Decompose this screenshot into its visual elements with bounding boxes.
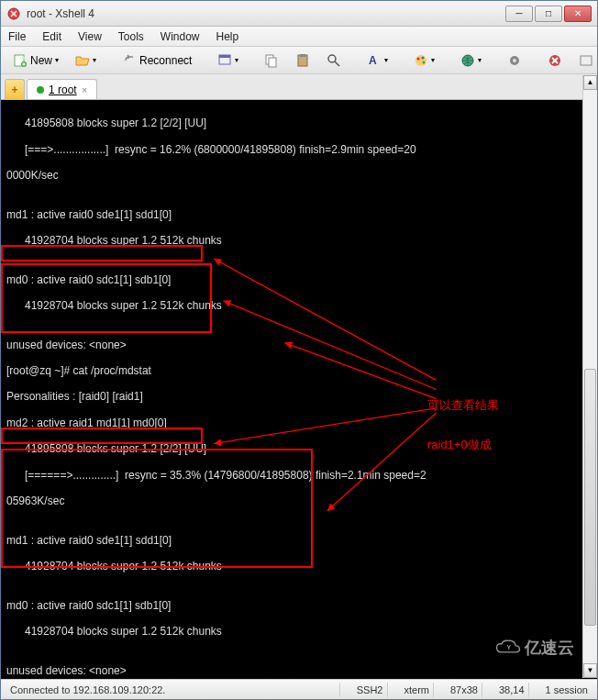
search-icon — [327, 53, 341, 68]
scroll-thumb[interactable] — [584, 369, 596, 626]
tab-session[interactable]: 1 root × — [27, 79, 97, 99]
vertical-scrollbar[interactable]: ▲ ▼ — [582, 75, 597, 678]
tool-c[interactable] — [572, 50, 598, 71]
plug-icon — [122, 53, 137, 68]
app-icon — [6, 6, 21, 21]
open-button[interactable]: ▾ — [69, 50, 103, 71]
term-line: 41928704 blocks super 1.2 512k chunks — [6, 560, 592, 572]
term-line: [root@zq ~]# cat /proc/mdstat — [6, 364, 592, 377]
app-window: root - Xshell 4 ─ □ ✕ File Edit View Too… — [0, 0, 598, 700]
dropdown-icon: ▾ — [93, 56, 96, 64]
term-line: 0000K/sec — [6, 169, 592, 182]
terminal[interactable]: 41895808 blocks super 1.2 [2/2] [UU] [==… — [1, 100, 597, 679]
status-termtype: xterm — [401, 683, 435, 697]
toolbar: New ▾ ▾ Reconnect ▾ A▾ ▾ ▾ » — [1, 47, 597, 74]
term-line: 41928704 blocks super 1.2 512k chunks — [6, 625, 592, 638]
watermark: Y 亿速云 — [495, 639, 574, 656]
reconnect-label: Reconnect — [139, 54, 192, 67]
cloud-icon: Y — [495, 639, 521, 656]
dropdown-icon: ▾ — [55, 56, 59, 64]
term-line: md0 : active raid0 sdc1[1] sdb1[0] — [6, 273, 592, 286]
palette-icon — [414, 53, 428, 68]
menu-view[interactable]: View — [78, 30, 102, 43]
status-connection: Connected to 192.168.109.120:22. — [6, 683, 340, 697]
tabbar: + 1 root × — [1, 74, 597, 100]
status-size: 87x38 — [447, 683, 482, 697]
term-line: Personalities : [raid0] [raid1] — [6, 390, 592, 403]
term-line: 05963K/sec — [6, 494, 592, 507]
term-line: unused devices: <none> — [6, 339, 592, 351]
status-cursor: 38,14 — [495, 683, 529, 697]
maximize-button[interactable]: □ — [535, 6, 562, 22]
term-line: unused devices: <none> — [6, 664, 592, 677]
term-line: 41928704 blocks super 1.2 512k chunks — [6, 234, 592, 247]
tab-label: 1 root — [49, 83, 77, 96]
term-line: md2 : active raid1 md1[1] md0[0] — [6, 417, 592, 429]
term-line: 41895808 blocks super 1.2 [2/2] [UU] — [6, 117, 592, 129]
paste-button[interactable] — [289, 50, 316, 71]
props-button[interactable]: ▾ — [211, 50, 245, 71]
status-protocol: SSH2 — [353, 683, 388, 697]
xftp-button[interactable] — [541, 50, 569, 71]
svg-point-9 — [328, 55, 336, 62]
menu-edit[interactable]: Edit — [42, 30, 61, 43]
menu-file[interactable]: File — [8, 30, 26, 43]
highlight-box — [1, 245, 203, 261]
highlight-box — [1, 449, 313, 568]
svg-point-11 — [415, 55, 426, 66]
tab-close-icon[interactable]: × — [82, 84, 87, 95]
svg-rect-6 — [269, 58, 276, 67]
scroll-up-button[interactable]: ▲ — [583, 75, 597, 90]
svg-text:Y: Y — [507, 644, 512, 650]
menu-tools[interactable]: Tools — [118, 30, 144, 43]
menu-help[interactable]: Help — [216, 30, 239, 43]
term-line: md0 : active raid0 sdc1[1] sdb1[0] — [6, 599, 592, 612]
term-line: md1 : active raid0 sde1[1] sdd1[0] — [6, 534, 592, 547]
script-icon — [579, 53, 593, 68]
close-button[interactable]: ✕ — [564, 6, 592, 22]
term-line: 41895808 blocks super 1.2 [2/2] [UU] — [6, 442, 592, 455]
titlebar[interactable]: root - Xshell 4 ─ □ ✕ — [1, 1, 597, 27]
copy-icon — [264, 53, 279, 68]
svg-point-17 — [513, 59, 516, 62]
plus-icon: + — [11, 83, 17, 96]
globe-icon — [460, 53, 475, 68]
color-button[interactable]: ▾ — [407, 50, 441, 71]
copy-button[interactable] — [258, 50, 285, 71]
svg-point-14 — [423, 61, 426, 63]
new-icon — [13, 53, 28, 68]
term-line: 41928704 blocks super 1.2 512k chunks — [6, 299, 592, 312]
new-label: New — [30, 54, 52, 67]
folder-icon — [75, 53, 90, 68]
font-icon: A — [367, 53, 382, 68]
svg-rect-4 — [219, 55, 230, 58]
reconnect-button[interactable]: Reconnect — [116, 50, 198, 71]
add-tab-button[interactable]: + — [5, 79, 25, 99]
status-dot-icon — [37, 86, 44, 94]
svg-point-13 — [422, 56, 425, 59]
svg-rect-8 — [300, 54, 305, 57]
statusbar: Connected to 192.168.109.120:22. SSH2 xt… — [1, 679, 597, 699]
term-line: [===>.................] resync = 16.2% (… — [6, 143, 592, 156]
props-icon — [217, 53, 232, 68]
term-line: [======>..............] resync = 35.3% (… — [6, 469, 592, 482]
new-button[interactable]: New ▾ — [6, 50, 65, 71]
tool-a[interactable] — [501, 50, 528, 71]
svg-point-12 — [417, 57, 420, 60]
svg-text:A: A — [369, 54, 377, 67]
font-button[interactable]: A▾ — [360, 50, 394, 71]
status-sessions: 1 session — [542, 683, 592, 697]
menu-window[interactable]: Window — [161, 30, 200, 43]
scroll-down-button[interactable]: ▼ — [583, 663, 597, 678]
xftp-icon — [548, 53, 562, 68]
web-button[interactable]: ▾ — [454, 50, 488, 71]
gear-icon — [507, 53, 522, 68]
term-line: md1 : active raid0 sde1[1] sdd1[0] — [6, 208, 592, 221]
svg-rect-19 — [581, 56, 592, 65]
menubar: File Edit View Tools Window Help — [1, 27, 597, 47]
minimize-button[interactable]: ─ — [505, 6, 533, 22]
window-title: root - Xshell 4 — [27, 7, 504, 20]
find-button[interactable] — [320, 50, 348, 71]
paste-icon — [295, 53, 310, 68]
